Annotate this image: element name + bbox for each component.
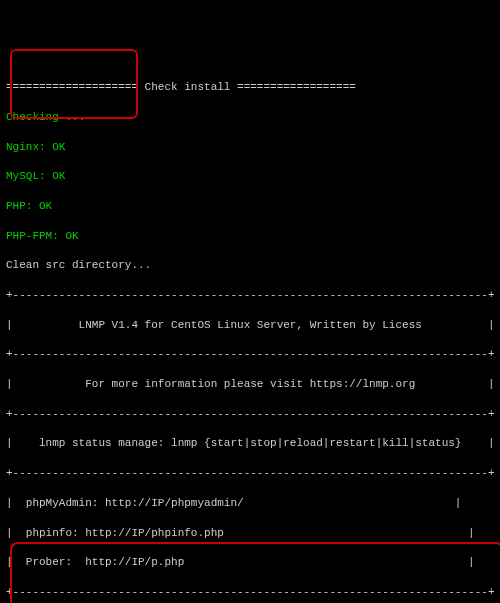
clean-directory: Clean src directory... [6, 258, 494, 273]
terminal-output: { "title": "==================== Check i… [6, 21, 494, 603]
separator: +---------------------------------------… [6, 347, 494, 362]
check-mysql: MySQL: OK [6, 169, 494, 184]
phpinfo-line: | phpinfo: http://IP/phpinfo.php | [6, 526, 494, 541]
check-nginx: Nginx: OK [6, 140, 494, 155]
prober-line: | Prober: http://IP/p.php | [6, 555, 494, 570]
banner-line: | lnmp status manage: lnmp {start|stop|r… [6, 436, 494, 451]
title-line: ==================== Check install =====… [6, 80, 494, 95]
checking-line: Checking ... [6, 110, 494, 125]
banner-line: | LNMP V1.4 for CentOS Linux Server, Wri… [6, 318, 494, 333]
separator: +---------------------------------------… [6, 407, 494, 422]
separator: +---------------------------------------… [6, 466, 494, 481]
check-phpfpm: PHP-FPM: OK [6, 229, 494, 244]
separator: +---------------------------------------… [6, 585, 494, 600]
banner-line: | For more information please visit http… [6, 377, 494, 392]
check-php: PHP: OK [6, 199, 494, 214]
phpmyadmin-line: | phpMyAdmin: http://IP/phpmyadmin/ | [6, 496, 494, 511]
separator: +---------------------------------------… [6, 288, 494, 303]
